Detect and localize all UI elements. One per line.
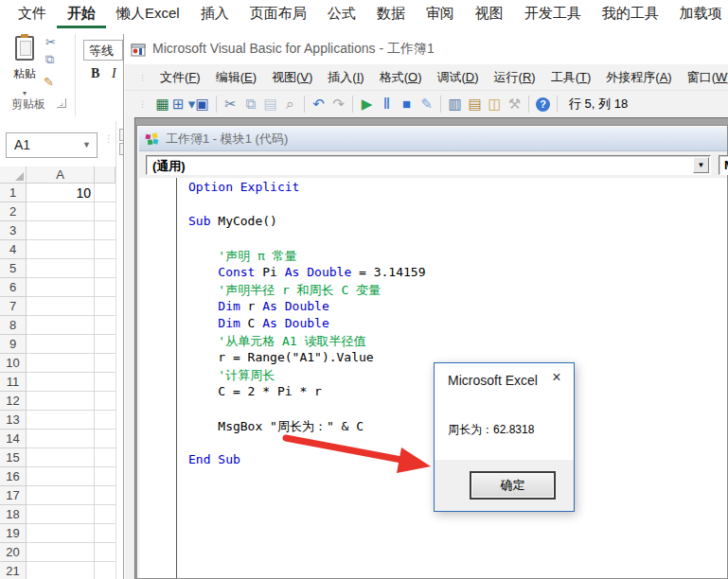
italic-button[interactable]: I (112, 66, 116, 81)
run-icon[interactable]: ▶ (357, 95, 377, 114)
cell-A10[interactable] (27, 354, 95, 373)
cell-partial-11[interactable] (95, 373, 115, 392)
cell-A13[interactable] (27, 411, 95, 430)
procedure-dropdown[interactable]: MyCode (719, 155, 728, 175)
cell-A6[interactable] (27, 278, 95, 297)
row-header-14[interactable]: 14 (0, 430, 27, 448)
cell-partial-21[interactable] (95, 562, 115, 579)
column-header-partial[interactable] (95, 167, 115, 184)
cell-A4[interactable] (27, 240, 95, 259)
cell-partial-13[interactable] (95, 411, 115, 430)
cell-A1[interactable]: 10 (27, 184, 95, 202)
cell-A21[interactable] (27, 562, 95, 579)
row-header-11[interactable]: 11 (0, 373, 27, 392)
cell-partial-9[interactable] (95, 335, 115, 354)
font-name-select[interactable]: 等线 (83, 40, 123, 61)
ribbon-tab-页面布局[interactable]: 页面布局 (240, 0, 317, 28)
menu-窗口[interactable]: 窗口(W) (680, 69, 728, 86)
cell-A2[interactable] (27, 202, 95, 221)
row-header-8[interactable]: 8 (0, 316, 27, 335)
row-header-7[interactable]: 7 (0, 297, 27, 316)
object-browser-icon[interactable]: ◫ (485, 95, 505, 114)
row-header-20[interactable]: 20 (0, 543, 27, 562)
menu-外接程序[interactable]: 外接程序(A) (598, 69, 679, 86)
view-excel-icon[interactable]: ▦ (152, 95, 172, 114)
ribbon-tab-公式[interactable]: 公式 (317, 0, 366, 28)
row-header-17[interactable]: 17 (0, 486, 27, 505)
menu-调试[interactable]: 调试(D) (429, 69, 486, 86)
cell-partial-12[interactable] (95, 392, 115, 411)
format-painter-icon[interactable]: ✎ (44, 76, 54, 88)
cut-icon[interactable]: ✂ (45, 36, 56, 48)
cell-A5[interactable] (27, 259, 95, 278)
cell-partial-5[interactable] (95, 259, 115, 278)
ribbon-tab-文件[interactable]: 文件 (8, 0, 57, 28)
menubar-grip[interactable]: ⋮ (138, 76, 147, 79)
menu-工具[interactable]: 工具(T) (543, 69, 599, 86)
row-header-3[interactable]: 3 (0, 221, 27, 240)
row-header-4[interactable]: 4 (0, 240, 27, 259)
cut-icon[interactable]: ✂ (221, 95, 240, 114)
cell-partial-16[interactable] (95, 467, 115, 486)
cell-A14[interactable] (27, 430, 95, 448)
reset-icon[interactable]: ■ (397, 95, 417, 114)
name-box-dropdown-icon[interactable]: ▼ (82, 140, 91, 149)
ribbon-tab-我的工具[interactable]: 我的工具 (592, 0, 669, 28)
code-margin-indicator-bar[interactable] (139, 178, 177, 578)
cell-partial-2[interactable] (95, 202, 115, 221)
separator-grip[interactable]: ⋮ (104, 136, 114, 141)
ribbon-tab-懒人Excel[interactable]: 懒人Excel (106, 0, 190, 28)
cell-A17[interactable] (27, 486, 95, 505)
help-icon[interactable]: ? (536, 97, 550, 112)
name-box[interactable]: A1 ▼ (6, 132, 98, 158)
toolbox-icon[interactable]: ⚒ (505, 95, 524, 114)
dropdown-arrow-icon[interactable]: ▼ (693, 157, 709, 173)
menu-视图[interactable]: 视图(V) (264, 69, 320, 86)
properties-window-icon[interactable]: ▤ (465, 95, 485, 114)
paste-icon[interactable]: ▤ (260, 95, 280, 114)
cell-partial-14[interactable] (95, 430, 115, 448)
cell-A12[interactable] (27, 392, 95, 411)
cell-partial-8[interactable] (95, 316, 115, 335)
ribbon-tab-数据[interactable]: 数据 (366, 0, 416, 28)
ribbon-tab-开始[interactable]: 开始 (57, 0, 106, 28)
menu-编辑[interactable]: 编辑(E) (208, 69, 264, 86)
ok-button[interactable]: 确定 (470, 471, 556, 500)
menu-格式[interactable]: 格式(O) (372, 69, 430, 86)
toolbar-grip[interactable]: ⋮ (138, 102, 147, 106)
copy-icon[interactable]: ⧉ (45, 53, 54, 65)
select-all-corner[interactable] (0, 167, 27, 184)
cell-A9[interactable] (27, 335, 95, 354)
undo-icon[interactable]: ↶ (309, 95, 328, 114)
cell-partial-7[interactable] (95, 297, 115, 316)
break-icon[interactable]: Ⅱ (377, 95, 397, 114)
menu-运行[interactable]: 运行(R) (487, 69, 543, 86)
cell-A7[interactable] (27, 297, 95, 316)
row-header-16[interactable]: 16 (0, 467, 27, 486)
cell-A3[interactable] (27, 221, 95, 240)
cell-partial-15[interactable] (95, 448, 115, 467)
cell-partial-17[interactable] (95, 486, 115, 505)
worksheet-grid[interactable]: A 11023456789101112131415161718192021 (0, 167, 115, 579)
column-header-A[interactable]: A (27, 167, 95, 184)
row-header-1[interactable]: 1 (0, 184, 27, 202)
row-header-5[interactable]: 5 (0, 259, 27, 278)
cell-A11[interactable] (27, 373, 95, 392)
cell-partial-18[interactable] (95, 505, 115, 524)
copy-icon[interactable]: ⧉ (240, 95, 260, 114)
row-header-19[interactable]: 19 (0, 524, 27, 543)
object-dropdown[interactable]: (通用) ▼ (146, 155, 711, 175)
menu-文件[interactable]: 文件(F) (152, 69, 208, 86)
cell-A8[interactable] (27, 316, 95, 335)
ribbon-tab-插入[interactable]: 插入 (190, 0, 240, 28)
dialog-launcher-icon[interactable]: ⌟ (57, 98, 66, 108)
cell-A19[interactable] (27, 524, 95, 543)
menu-插入[interactable]: 插入(I) (320, 69, 371, 86)
row-header-6[interactable]: 6 (0, 278, 27, 297)
save-icon[interactable]: ▣ (192, 95, 212, 114)
row-header-10[interactable]: 10 (0, 354, 27, 373)
cell-partial-3[interactable] (95, 221, 115, 240)
insert-userform-icon[interactable]: ⊞ ▾ (172, 95, 192, 114)
ribbon-tab-加载项[interactable]: 加载项 (669, 0, 728, 28)
row-header-18[interactable]: 18 (0, 505, 27, 524)
